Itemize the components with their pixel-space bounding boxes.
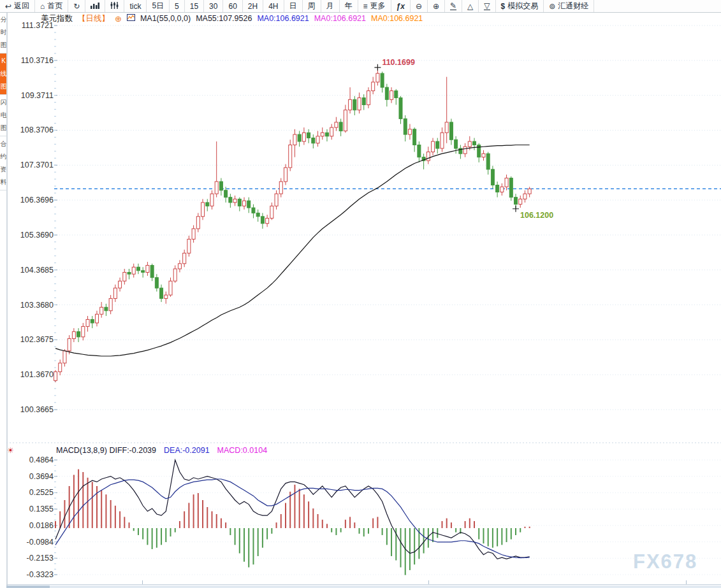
svg-text:106.1200: 106.1200 xyxy=(520,211,553,220)
chart-scrollbar-thumb[interactable] xyxy=(6,585,50,588)
chart-canvas: 111.3721110.3716109.3711108.3706107.3701… xyxy=(0,0,721,588)
toolbar-period-5d-label: 5日 xyxy=(152,1,164,11)
toolbar-zoom-in[interactable]: ⊕ xyxy=(428,0,445,12)
svg-text:102.3675: 102.3675 xyxy=(20,335,54,344)
toolbar-period-5[interactable]: 5 xyxy=(170,0,185,12)
toolbar-period-month-label: 月 xyxy=(326,1,334,11)
toolbar-period-4h-label: 4H xyxy=(268,2,278,11)
svg-text:109.3711: 109.3711 xyxy=(21,91,54,100)
toolbar-period-week[interactable]: 周 xyxy=(303,0,321,12)
refresh-icon: ↻ xyxy=(73,3,80,10)
zoom-in-icon: ⊕ xyxy=(433,3,439,10)
svg-text:110.1699: 110.1699 xyxy=(382,58,414,67)
top-toolbar: ↩返回⌂首页↻tick5日51530602H4H日周月年≡更多ƒx⊖⊕✎△▽$模… xyxy=(0,0,721,13)
svg-text:107.3701: 107.3701 xyxy=(20,161,54,169)
toolbar-period-15-label: 15 xyxy=(190,2,198,11)
bar-chart-icon xyxy=(91,2,99,10)
svg-text:101.3670: 101.3670 xyxy=(20,370,54,379)
svg-text:110.3716: 110.3716 xyxy=(21,56,54,65)
x-axis-tick xyxy=(142,580,143,584)
toolbar-period-year[interactable]: 年 xyxy=(340,0,358,12)
toolbar-tick-label: tick xyxy=(129,2,141,11)
toolbar-more-label: 更多 xyxy=(370,1,386,11)
svg-text:0.4864: 0.4864 xyxy=(29,455,54,464)
svg-text:0.0186: 0.0186 xyxy=(29,521,54,530)
svg-text:105.3690: 105.3690 xyxy=(20,231,54,240)
svg-text:0.2525: 0.2525 xyxy=(29,488,54,497)
svg-text:0.3694: 0.3694 xyxy=(29,472,54,481)
toolbar-period-60-label: 60 xyxy=(228,2,237,11)
candle-chart-icon xyxy=(110,2,119,10)
toolbar-period-15[interactable]: 15 xyxy=(185,0,204,12)
add-indicator-icon[interactable]: ⊕ xyxy=(115,14,122,24)
svg-text:100.3665: 100.3665 xyxy=(20,405,54,414)
toolbar-indicator-fx[interactable]: ƒx xyxy=(391,0,411,12)
svg-text:106.3696: 106.3696 xyxy=(20,196,54,204)
toolbar-refresh[interactable]: ↻ xyxy=(68,0,85,12)
svg-text:-0.0984: -0.0984 xyxy=(27,538,54,547)
svg-text:108.3706: 108.3706 xyxy=(20,125,54,134)
macd-params: MACD(13,8,9) xyxy=(56,446,107,455)
svg-text:-0.3323: -0.3323 xyxy=(27,570,54,579)
toolbar-triangle-up[interactable]: △ xyxy=(462,0,479,12)
dollar-icon: $ xyxy=(501,3,506,10)
x-axis-tick xyxy=(686,580,687,584)
zoom-out-icon: ⊖ xyxy=(416,3,422,10)
main-chart-header: 美元指数 【日线】 ⊕ MA1(55,0,0,0) MA55:107.9526 … xyxy=(41,13,423,24)
toolbar-period-5d[interactable]: 5日 xyxy=(147,0,170,12)
toolbar-period-30-label: 30 xyxy=(209,2,217,11)
back-icon: ↩ xyxy=(5,3,11,10)
macd-value: MACD:0.0104 xyxy=(217,446,268,455)
macd-header: MACD(13,8,9) DIFF:-0.2039 DEA:-0.2091 MA… xyxy=(56,445,267,455)
toolbar-more[interactable]: ≡更多 xyxy=(358,0,391,12)
ma-envelope-icon[interactable] xyxy=(127,14,135,23)
trading-chart-app: ↩返回⌂首页↻tick5日51530602H4H日周月年≡更多ƒx⊖⊕✎△▽$模… xyxy=(0,0,721,588)
toolbar-tick[interactable]: tick xyxy=(124,0,147,12)
ma0-value-blue: MA0:106.6921 xyxy=(257,14,309,23)
toolbar-period-week-label: 周 xyxy=(308,1,316,11)
fx678-watermark: FX678 xyxy=(633,550,697,573)
toolbar-period-2h[interactable]: 2H xyxy=(243,0,263,12)
symbol-name: 美元指数 xyxy=(41,13,73,24)
triangle-down-icon: ▽ xyxy=(484,2,490,10)
toolbar-period-5-label: 5 xyxy=(175,2,179,11)
home-icon: ⌂ xyxy=(40,3,45,10)
toolbar-period-month[interactable]: 月 xyxy=(321,0,340,12)
toolbar-home-label: 首页 xyxy=(47,1,62,11)
toolbar-sim-trade-label: 模拟交易 xyxy=(507,1,538,11)
toolbar-sim-trade[interactable]: $模拟交易 xyxy=(496,0,544,12)
triangle-up-icon: △ xyxy=(467,3,473,10)
toolbar-period-30[interactable]: 30 xyxy=(204,0,223,12)
toolbar-period-day[interactable]: 日 xyxy=(284,0,303,12)
panel-divider xyxy=(6,12,7,588)
toolbar-period-year-label: 年 xyxy=(345,1,353,11)
chart-scrollbar-track[interactable] xyxy=(6,585,721,588)
toolbar-back[interactable]: ↩返回 xyxy=(0,0,35,12)
ma0-value-orange: MA0:106.6921 xyxy=(371,14,423,23)
ma1-params: MA1(55,0,0,0) xyxy=(140,14,191,23)
svg-text:0.1355: 0.1355 xyxy=(29,505,54,513)
toolbar-back-label: 返回 xyxy=(14,1,29,11)
toolbar-fx678-brand[interactable]: ⊚汇通财经 xyxy=(544,0,594,12)
toolbar-draw-line[interactable]: ✎ xyxy=(445,0,462,12)
ma0-value-magenta: MA0:106.6921 xyxy=(314,14,366,23)
indicator-settings-icon[interactable]: ☀ xyxy=(7,446,14,455)
toolbar-period-2h-label: 2H xyxy=(248,2,258,11)
toolbar-period-60[interactable]: 60 xyxy=(223,0,242,12)
period-label: 【日线】 xyxy=(78,13,110,24)
toolbar-period-4h[interactable]: 4H xyxy=(263,0,284,12)
svg-text:-0.2153: -0.2153 xyxy=(27,554,54,563)
toolbar-fx678-brand-label: 汇通财经 xyxy=(558,1,588,11)
toolbar-period-day-label: 日 xyxy=(289,1,297,11)
toolbar-candle-chart[interactable] xyxy=(105,0,124,12)
toolbar-bar-chart[interactable] xyxy=(85,0,105,12)
ma55-value: MA55:107.9526 xyxy=(196,14,252,23)
pencil-icon: ✎ xyxy=(450,2,456,10)
dea-value: DEA:-0.2091 xyxy=(164,446,210,455)
toolbar-home[interactable]: ⌂首页 xyxy=(35,0,68,12)
svg-text:104.3685: 104.3685 xyxy=(20,266,54,275)
toolbar-triangle-down[interactable]: ▽ xyxy=(479,0,495,12)
x-axis-line xyxy=(6,584,721,585)
toolbar-zoom-out[interactable]: ⊖ xyxy=(411,0,428,12)
brand-icon: ⊚ xyxy=(549,3,555,10)
